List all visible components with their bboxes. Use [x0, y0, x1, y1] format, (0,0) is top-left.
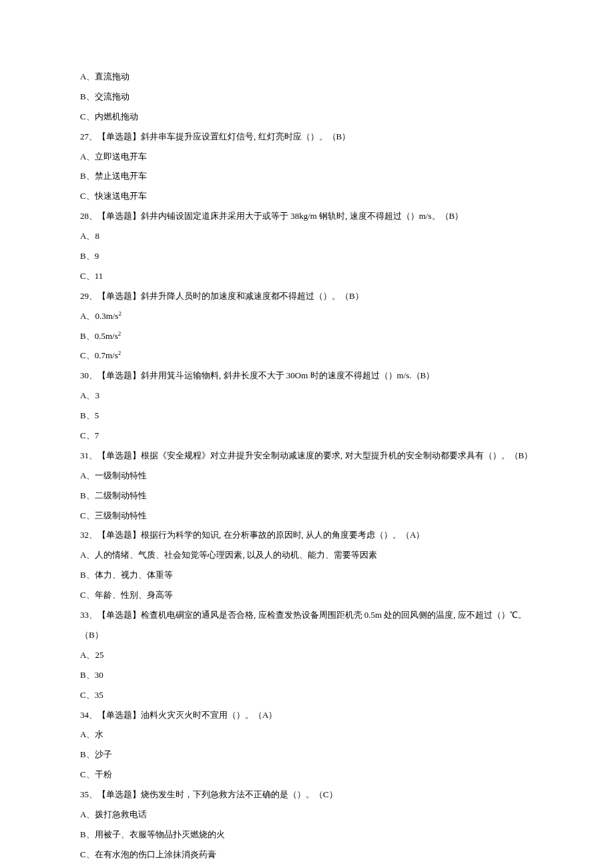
document-line: B、5 [80, 406, 534, 426]
document-line: C、内燃机拖动 [80, 107, 534, 127]
document-line: 30、【单选题】斜井用箕斗运输物料, 斜井长度不大于 30Om 时的速度不得超过… [80, 366, 534, 386]
document-line: C、三级制动特性 [80, 506, 534, 526]
document-line: B、30 [80, 665, 534, 685]
document-line: A、8 [80, 226, 534, 246]
document-line: A、一级制动特性 [80, 466, 534, 486]
document-line: C、年龄、性别、身高等 [80, 585, 534, 605]
document-line: B、沙子 [80, 745, 534, 765]
document-line: B、交流拖动 [80, 87, 534, 107]
document-line: B、二级制动特性 [80, 486, 534, 506]
document-line: 36、【单选题】物质加热时产生的蒸汽可在空气中凝结成小颗粒或者被氧化形成颗粒状的… [80, 865, 534, 868]
document-line: C、35 [80, 685, 534, 705]
document-line: C、干粉 [80, 765, 534, 785]
document-line: 34、【单选题】油料火灾灭火时不宜用（）。（A） [80, 705, 534, 725]
document-line: 32、【单选题】根据行为科学的知识, 在分析事故的原因时, 从人的角度要考虑（）… [80, 525, 534, 545]
document-line: 29、【单选题】斜井升降人员时的加速度和减速度都不得超过（）。（B） [80, 286, 534, 306]
document-line: A、25 [80, 645, 534, 665]
document-line: A、直流拖动 [80, 67, 534, 87]
document-line: A、3 [80, 386, 534, 406]
document-line: C、在有水泡的伤口上涂抹消炎药膏 [80, 845, 534, 865]
document-line: C、快速送电开车 [80, 186, 534, 206]
document-line: B、9 [80, 246, 534, 266]
document-line: 31、【单选题】根据《安全规程》对立井提升安全制动减速度的要求, 对大型提升机的… [80, 446, 534, 466]
document-line: A、拨打急救电话 [80, 805, 534, 825]
document-line: A、立即送电开车 [80, 147, 534, 167]
document-line: B、体力、视力、体重等 [80, 565, 534, 585]
document-line: 35、【单选题】烧伤发生时，下列急救方法不正确的是（）。（C） [80, 785, 534, 805]
document-line: A、水 [80, 725, 534, 745]
document-line: 28、【单选题】斜井内铺设固定道床并采用大于或等于 38kg/m 钢轨时, 速度… [80, 206, 534, 226]
document-line: B、禁止送电开车 [80, 166, 534, 186]
document-line: C、11 [80, 266, 534, 286]
document-line: 27、【单选题】斜井串车提升应设置红灯信号, 红灯亮时应（）。（B） [80, 127, 534, 147]
document-line: C、0.7m/s2 [80, 346, 534, 366]
document-line: B、0.5m/s2 [80, 326, 534, 346]
document-line: A、人的情绪、气质、社会知觉等心理因素, 以及人的动机、能力、需要等因素 [80, 545, 534, 565]
document-line: C、7 [80, 426, 534, 446]
document-line: B、用被子、衣服等物品扑灭燃烧的火 [80, 825, 534, 845]
document-line: 33、【单选题】检查机电硐室的通风是否合格, 应检查发热设备周围距机壳 0.5m… [80, 605, 534, 645]
document-line: A、0.3m/s2 [80, 306, 534, 326]
